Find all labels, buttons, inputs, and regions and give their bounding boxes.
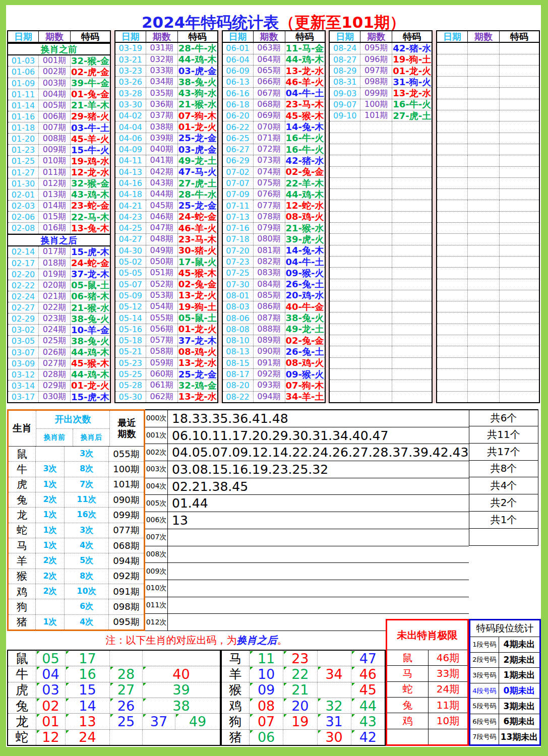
date-cell [330, 257, 360, 267]
period-cell [360, 212, 392, 222]
limit-zodiac: 鼠 [387, 650, 429, 665]
zodiac-name: 羊 [9, 553, 36, 568]
date-cell: 09-03 [330, 88, 360, 98]
empty-row [330, 144, 432, 155]
header-period: 期数 [254, 31, 285, 42]
date-cell [437, 66, 468, 76]
special-code-cell: 23-马-木 [178, 234, 217, 244]
count-numbers: 04.05.07.09.12.14.22.24.26.27.28.37.39.4… [168, 444, 469, 461]
date-cell: 03-17 [8, 392, 39, 402]
header-special: 特码 [285, 31, 325, 42]
mapping-number: 34 [318, 666, 351, 681]
special-code-cell: 03-牛-土 [71, 122, 110, 133]
empty-row [330, 133, 432, 144]
period-cell: 038期 [146, 121, 178, 132]
period-cell [468, 312, 500, 323]
results-block-4: 日期期数特码08-24095期42-猪-水08-27096期19-狗-土08-2… [329, 30, 433, 403]
empty-row [330, 346, 432, 357]
zodiac-name: 鼠 [9, 447, 36, 461]
period-cell: 060期 [146, 369, 178, 380]
empty-row [330, 392, 432, 402]
period-cell [360, 312, 392, 323]
mapping-number: 26 [110, 698, 143, 713]
segment-stats-box: 特码段位统计1段号码4期未出2段号码2期未出3段号码1期未出4段号码0期未出5段… [469, 619, 541, 746]
count-after: 4次 [65, 538, 109, 553]
date-cell [437, 178, 468, 188]
special-code-cell: 22-马-木 [71, 212, 110, 222]
limit-row [387, 729, 467, 744]
mapping-number: 40 [143, 666, 220, 681]
segment-row: 4段号码0期未出 [470, 683, 539, 699]
result-row: 08-20093期07-狗-木 [223, 380, 325, 391]
period-cell: 074期 [254, 167, 285, 177]
special-code-cell: 02-兔-金 [178, 279, 217, 290]
result-row: 08-15091期08-鸡-火 [223, 358, 325, 369]
date-cell: 04-13 [115, 167, 146, 177]
date-cell [437, 290, 468, 301]
special-code-cell: 42-猪-水 [392, 43, 432, 53]
limit-zodiac: 兔 [387, 698, 429, 713]
special-code-cell [392, 380, 432, 391]
segment-label: 5段号码 [470, 699, 499, 714]
special-code-cell: 44-鸡-木 [71, 369, 110, 380]
segment-row: 3段号码1期未出 [470, 667, 539, 683]
date-cell: 07-30 [223, 279, 254, 290]
mapping-number: 17 [66, 651, 110, 666]
result-row: 04-02037期07-狗-木 [115, 110, 217, 121]
recent-period: 101期 [109, 477, 144, 492]
special-code-cell [392, 189, 432, 200]
special-code-cell [500, 223, 539, 233]
count-total: 共17个 [469, 444, 538, 461]
mapping-row: 牛04162840 [8, 666, 220, 682]
mapping-number [110, 730, 143, 745]
special-code-cell: 37-龙-木 [71, 269, 110, 280]
segment-value: 13期未出 [499, 729, 539, 744]
period-cell: 052期 [146, 279, 178, 290]
period-cell: 078期 [254, 212, 285, 222]
date-cell: 09-10 [330, 110, 360, 121]
period-cell: 051期 [146, 268, 178, 278]
period-cell [360, 245, 392, 256]
mapping-row: 羊10223446 [222, 666, 385, 682]
mapping-number: 24 [66, 730, 110, 745]
mapping-zodiac: 猴 [222, 682, 250, 698]
date-cell: 03-28 [115, 88, 146, 98]
date-cell: 02-03 [8, 201, 39, 211]
mapping-number: 21 [283, 682, 317, 698]
limit-zodiac: 马 [387, 666, 429, 681]
date-cell [330, 245, 360, 256]
empty-row [330, 380, 432, 391]
period-cell: 070期 [254, 121, 285, 132]
count-before: 2次 [36, 553, 65, 568]
result-row: 04-06039期25-龙-金 [115, 133, 217, 144]
special-code-cell: 32-猴-金 [71, 178, 110, 189]
zodiac-stats-table: 生肖开出次数换肖前换肖后最近期数鼠3次055期牛3次8次100期虎1次7次101… [7, 409, 145, 631]
special-code-cell: 08-鸡-火 [178, 346, 217, 357]
period-cell: 008期 [39, 134, 71, 144]
special-code-cell: 01-龙-火 [178, 121, 217, 132]
period-cell: 091期 [254, 358, 285, 368]
period-cell [468, 380, 500, 391]
special-code-cell: 23-蛇-金 [71, 201, 110, 211]
note-emphasis: 换肖之后 [237, 634, 277, 647]
period-cell: 057期 [146, 335, 178, 346]
empty-row [437, 99, 539, 110]
result-row: 06-29073期42-猪-水 [223, 155, 325, 166]
empty-row [437, 178, 539, 189]
segment-value: 1期未出 [499, 668, 539, 683]
period-cell: 002期 [39, 67, 71, 77]
special-code-cell: 16-牛-火 [285, 144, 325, 155]
period-cell [468, 88, 500, 98]
period-cell: 025期 [39, 336, 71, 346]
empty-row [330, 268, 432, 279]
special-code-cell: 05-鼠-土 [71, 280, 110, 291]
empty-row [330, 178, 432, 189]
zodiac-stats-row: 猪1次4次095期 [9, 615, 144, 629]
empty-row [437, 312, 539, 324]
count-label: 007次 [145, 529, 168, 546]
period-cell: 036期 [146, 99, 178, 110]
special-code-cell [392, 212, 432, 222]
special-code-cell [500, 110, 539, 121]
period-cell [360, 324, 392, 335]
special-code-cell: 38-兔-火 [71, 313, 110, 324]
